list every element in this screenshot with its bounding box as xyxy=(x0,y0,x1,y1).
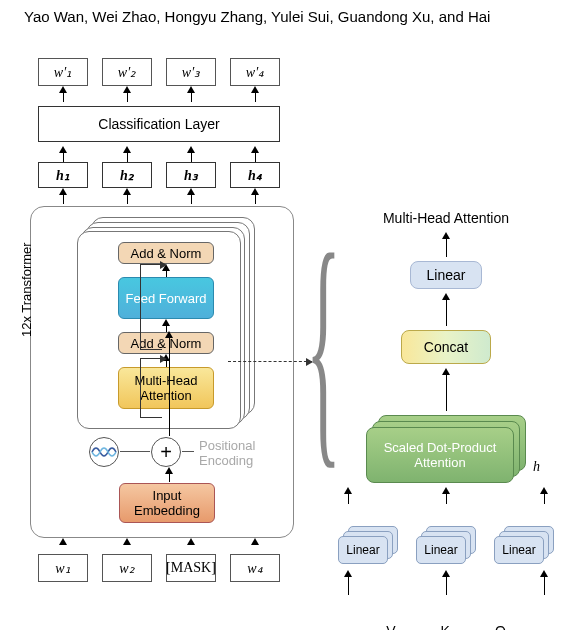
output-token: w′₄ xyxy=(230,58,280,86)
classification-layer: Classification Layer xyxy=(38,106,280,142)
encoder-layer-stack: Add & Norm Feed Forward Add & Norm Multi… xyxy=(77,217,247,421)
positional-encoding-icon xyxy=(89,437,119,467)
input-token: w₂ xyxy=(102,554,152,582)
input-token-row: w₁ w₂ [MASK] w₄ xyxy=(38,554,300,582)
concat-block: Concat xyxy=(401,330,491,364)
transformer-diagram: w′₁ w′₂ w′₃ w′₄ Classification Layer h₁ … xyxy=(20,58,300,582)
linear-block: Linear xyxy=(410,261,482,289)
input-token: w₁ xyxy=(38,554,88,582)
v-label: V xyxy=(386,623,395,630)
input-token: w₄ xyxy=(230,554,280,582)
feed-forward-block: Feed Forward xyxy=(118,277,214,319)
detail-callout-arrow xyxy=(228,361,312,362)
vkq-labels: V K Q xyxy=(326,623,566,630)
k-label: K xyxy=(441,623,450,630)
paper-authors: Yao Wan, Wei Zhao, Hongyu Zhang, Yulei S… xyxy=(24,8,582,25)
transformer-count-label: 12x Transformer xyxy=(19,242,34,337)
hidden-row: h₁ h₂ h₃ h₄ xyxy=(38,162,300,188)
linear-block: Linear xyxy=(494,536,544,564)
q-label: Q xyxy=(495,623,506,630)
input-embedding-block: Input Embedding xyxy=(119,483,215,523)
output-token-row: w′₁ w′₂ w′₃ w′₄ xyxy=(38,58,300,86)
linear-block: Linear xyxy=(416,536,466,564)
hidden-state: h₄ xyxy=(230,162,280,188)
linear-block: Linear xyxy=(338,536,388,564)
output-token: w′₁ xyxy=(38,58,88,86)
multihead-detail: Multi-Head Attention Linear Concat Scale… xyxy=(326,210,566,630)
output-token: w′₂ xyxy=(102,58,152,86)
hidden-state: h₁ xyxy=(38,162,88,188)
arrow-icon xyxy=(160,261,167,269)
sine-wave-icon xyxy=(91,444,117,460)
heads-count-label: h xyxy=(533,459,540,475)
input-token-mask: [MASK] xyxy=(166,554,216,582)
residual-connection xyxy=(140,264,162,350)
linear-projection-row: Linear Linear Linear xyxy=(326,526,566,566)
hidden-state: h₃ xyxy=(166,162,216,188)
hidden-state: h₂ xyxy=(102,162,152,188)
arrow-icon xyxy=(165,331,173,436)
positional-encoding-label: Positional Encoding xyxy=(199,439,293,469)
add-icon: + xyxy=(151,437,181,467)
sdpa-stack: Scaled Dot-Product Attention h xyxy=(366,415,526,485)
scaled-dot-product-attention-block: Scaled Dot-Product Attention xyxy=(366,427,514,483)
arrow-icon xyxy=(165,467,173,482)
mha-title: Multi-Head Attention xyxy=(326,210,566,226)
output-token: w′₃ xyxy=(166,58,216,86)
residual-connection xyxy=(140,358,162,418)
transformer-stack: 12x Transformer Add & Norm Feed Forward … xyxy=(30,206,294,538)
